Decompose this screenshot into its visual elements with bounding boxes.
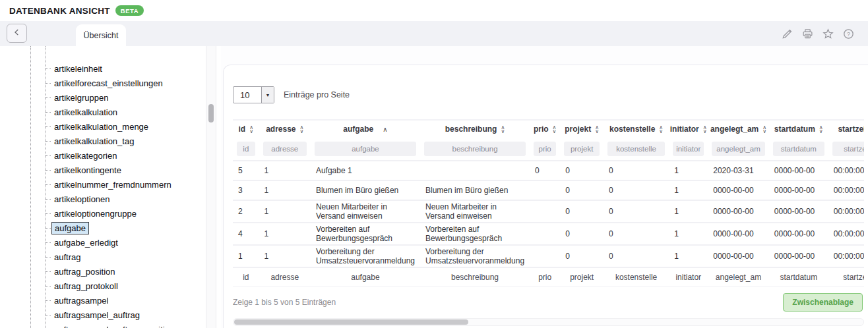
column-header-adresse[interactable]: adresse∧∨ — [259, 120, 311, 138]
sort-ascending-icon: ∧ — [383, 126, 387, 133]
sort-header-row: id∧∨adresse∧∨aufgabe∧beschreibung∧∨prio∧… — [233, 120, 864, 138]
sidebar-item-label: artikelkategorien — [51, 150, 119, 161]
table-row: 31Blumen im Büro gießenBlumen im Büro gi… — [233, 180, 864, 200]
sidebar-item-aufgabe_erledigt[interactable]: aufgabe_erledigt — [0, 235, 201, 250]
chevron-left-icon — [13, 28, 22, 40]
clipboard-button[interactable]: Zwischenablage — [783, 293, 863, 312]
cell-startdatum: 0000-00-00 — [769, 223, 828, 245]
sidebar-item-label: artikelkalkulation_tag — [51, 136, 137, 147]
sidebar-item-label: artikeloptionengruppe — [51, 208, 139, 219]
cell-id: 2 — [233, 200, 259, 223]
filter-input-id[interactable] — [237, 142, 255, 156]
sort-both-icon: ∧∨ — [762, 126, 766, 134]
filter-input-projekt[interactable] — [564, 142, 600, 156]
sidebar-item-label: auftrag_protokoll — [51, 281, 121, 292]
footer-column-id: id — [233, 267, 259, 287]
cell-angelegt_am: 0000-00-00 — [708, 223, 769, 245]
cell-prio — [530, 223, 560, 245]
sidebar-item-auftragsampel_auftrag[interactable]: auftragsampel_auftrag — [0, 308, 201, 322]
footer-column-aufgabe: aufgabe — [311, 267, 420, 287]
sidebar-item-auftrag_protokoll[interactable]: auftrag_protokoll — [0, 279, 201, 293]
sidebar-item-label: artikelkalkulation — [51, 107, 120, 118]
help-icon[interactable]: ? — [842, 28, 854, 40]
sidebar-scrollbar[interactable] — [206, 46, 216, 328]
table-row: 41Vorbereiten auf BewerbungsgesprächVorb… — [233, 223, 864, 245]
page-size-select[interactable]: 10 ▼ — [233, 86, 274, 103]
filter-input-adresse[interactable] — [263, 142, 307, 156]
sidebar-item-artikelnummer_fremdnummern[interactable]: artikelnummer_fremdnummern — [0, 177, 201, 192]
column-header-id[interactable]: id∧∨ — [233, 120, 259, 138]
pagesize-row: 10 ▼ Einträge pro Seite — [233, 86, 864, 103]
sidebar-item-auftrag[interactable]: auftrag — [0, 250, 201, 264]
sidebar-item-artikelkalkulation[interactable]: artikelkalkulation — [0, 105, 201, 119]
cell-kostenstelle: 0 — [604, 161, 669, 180]
cell-startzeit: 00:00:00 — [828, 180, 864, 200]
column-header-angelegt_am[interactable]: angelegt_am∧∨ — [708, 120, 769, 138]
cell-beschreibung: Neuen Mitarbeiter in Versand einweisen — [420, 200, 530, 223]
main-area: 10 ▼ Einträge pro Seite id∧∨adresse∧∨auf… — [221, 46, 868, 328]
sidebar-scrollbar-thumb[interactable] — [208, 104, 214, 123]
cell-aufgabe: Aufgabe 1 — [311, 161, 420, 180]
page-title: DATENBANK ANSICHT — [9, 6, 110, 16]
sidebar-item-artikeleinheit[interactable]: artikeleinheit — [0, 61, 201, 76]
toolbar-icons: ? — [781, 21, 854, 46]
tab-strip: Übersicht ? — [0, 21, 868, 46]
cell-aufgabe: Blumen im Büro gießen — [311, 180, 420, 200]
footer-column-angelegt_am: angelegt_am — [708, 267, 769, 287]
cell-projekt: 0 — [560, 223, 604, 245]
filter-input-initiator[interactable] — [673, 142, 704, 156]
sort-both-icon: ∧∨ — [249, 126, 253, 134]
cell-startzeit: 00:00:00 — [828, 161, 864, 180]
column-header-label: angelegt_am — [710, 124, 759, 134]
filter-input-kostenstelle[interactable] — [607, 142, 665, 156]
column-header-kostenstelle[interactable]: kostenstelle∧∨ — [604, 120, 669, 138]
sidebar-item-artikelkalkulation_menge[interactable]: artikelkalkulation_menge — [0, 119, 201, 134]
edit-pencil-icon[interactable] — [781, 28, 793, 40]
filter-input-angelegt_am[interactable] — [712, 142, 765, 156]
cell-projekt: 0 — [560, 180, 604, 200]
filter-input-beschreibung[interactable] — [424, 142, 526, 156]
column-header-prio[interactable]: prio∧∨ — [530, 120, 560, 138]
tab-uebersicht[interactable]: Übersicht — [76, 24, 126, 46]
column-header-startdatum[interactable]: startdatum∧∨ — [769, 120, 828, 138]
column-header-label: beschreibung — [445, 124, 497, 134]
cell-kostenstelle: 0 — [604, 200, 669, 223]
filter-input-prio[interactable] — [534, 142, 556, 156]
sidebar-item-artikeloptionengruppe[interactable]: artikeloptionengruppe — [0, 206, 201, 221]
column-header-beschreibung[interactable]: beschreibung∧∨ — [420, 120, 530, 138]
filter-input-aufgabe[interactable] — [315, 142, 416, 156]
sidebar-item-artikelkontingente[interactable]: artikelkontingente — [0, 163, 201, 177]
footer-column-prio: prio — [530, 267, 560, 287]
column-header-initiator[interactable]: initiator∧∨ — [669, 120, 708, 138]
sidebar-item-auftragsampel_auftrag_position[interactable]: auftragsampel_auftrag_position — [0, 322, 201, 328]
sidebar-item-label: auftragsampel_auftrag_position — [51, 324, 177, 328]
sidebar-item-artikelkalkulation_tag[interactable]: artikelkalkulation_tag — [0, 134, 201, 148]
sidebar-item-auftrag_position[interactable]: auftrag_position — [0, 264, 201, 279]
print-icon[interactable] — [801, 28, 813, 40]
sidebar-item-artikeloptionen[interactable]: artikeloptionen — [0, 192, 201, 206]
sidebar-item-artikelforecast_einstellungen[interactable]: artikelforecast_einstellungen — [0, 76, 201, 90]
select-dropdown-arrow-icon[interactable]: ▼ — [261, 87, 274, 103]
cell-adresse: 1 — [259, 245, 311, 267]
back-button[interactable] — [7, 24, 27, 43]
column-header-aufgabe[interactable]: aufgabe∧ — [311, 120, 420, 138]
page-size-value: 10 — [233, 87, 261, 103]
sidebar-item-artikelkategorien[interactable]: artikelkategorien — [0, 148, 201, 163]
horizontal-scrollbar-thumb[interactable] — [234, 319, 468, 325]
filter-input-startzeit[interactable] — [832, 142, 864, 156]
column-header-projekt[interactable]: projekt∧∨ — [560, 120, 604, 138]
cell-beschreibung: Blumen im Büro gießen — [420, 180, 530, 200]
beta-badge: BETA — [115, 5, 144, 16]
column-header-startzeit[interactable]: startzeit∧∨ — [828, 120, 864, 138]
column-header-label: startdatum — [774, 124, 815, 134]
svg-text:?: ? — [846, 30, 850, 37]
sidebar-item-label: auftragsampel — [51, 295, 111, 306]
sidebar-item-label: artikelkontingente — [51, 165, 124, 176]
sidebar-item-auftragsampel[interactable]: auftragsampel — [0, 293, 201, 308]
favorite-star-icon[interactable] — [822, 28, 834, 40]
filter-input-startdatum[interactable] — [773, 142, 824, 156]
sidebar-item-artikelgruppen[interactable]: artikelgruppen — [0, 90, 201, 105]
horizontal-scrollbar[interactable] — [233, 318, 864, 326]
sidebar-item-aufgabe[interactable]: aufgabe — [0, 221, 201, 235]
cell-initiator: 1 — [669, 223, 708, 245]
